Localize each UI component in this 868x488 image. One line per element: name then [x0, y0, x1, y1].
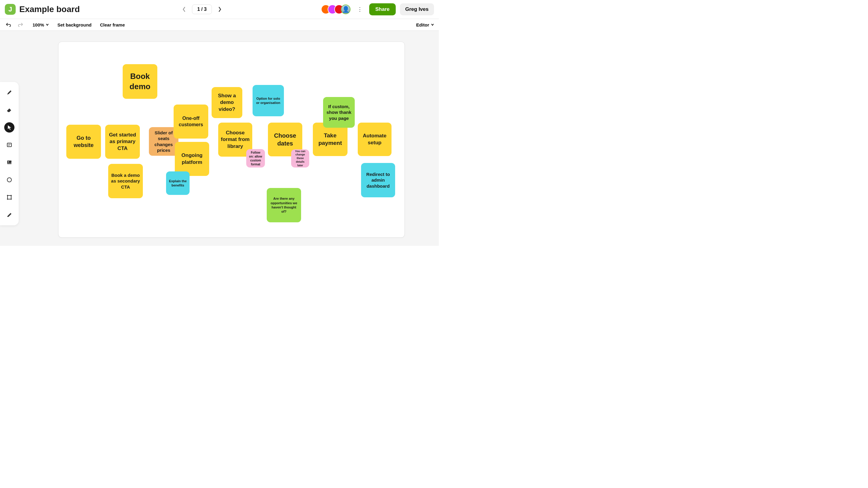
prev-page-button[interactable] [181, 5, 187, 13]
svg-point-10 [10, 198, 12, 200]
avatar-user[interactable]: 👤 [341, 4, 350, 14]
highlighter-tool[interactable] [4, 210, 14, 220]
eraser-icon [6, 107, 12, 113]
cursor-tool[interactable] [4, 122, 14, 133]
sticky-note-book-demo-secondary[interactable]: Book a demo as secondary CTA [108, 164, 143, 198]
sticky-note-change-later[interactable]: You can change these details later [291, 150, 309, 167]
sticky-note-option-solo[interactable]: Option for solo or organisation [253, 85, 284, 116]
svg-point-5 [7, 178, 11, 182]
sticky-note-book-demo[interactable]: Book demo [123, 64, 157, 99]
undo-icon [5, 22, 11, 27]
editor-mode-button[interactable]: Editor [416, 22, 434, 27]
pen-tool[interactable] [4, 87, 14, 98]
kebab-icon: ⋮ [357, 6, 363, 12]
header-center: 1 / 3 [80, 4, 324, 14]
next-page-button[interactable] [217, 5, 223, 13]
board-title[interactable]: Example board [19, 4, 80, 14]
chevron-right-icon [218, 6, 221, 12]
circle-icon [6, 177, 12, 183]
zoom-value: 100% [33, 22, 44, 27]
svg-point-4 [8, 161, 9, 162]
sticky-note-opportunities[interactable]: Are there any opportunities we haven't t… [267, 188, 301, 222]
svg-point-9 [7, 198, 8, 200]
share-button[interactable]: Share [369, 3, 396, 15]
note-tool[interactable] [4, 140, 14, 150]
redo-button[interactable] [17, 22, 24, 28]
clear-frame-button[interactable]: Clear frame [100, 22, 125, 27]
more-menu-button[interactable]: ⋮ [355, 5, 365, 14]
sticky-note-follow-on[interactable]: Follow on: allow custom format [246, 149, 265, 167]
shape-icon [6, 194, 12, 200]
eraser-tool[interactable] [4, 105, 14, 115]
cursor-icon [6, 124, 12, 130]
set-background-button[interactable]: Set background [57, 22, 91, 27]
sticky-note-explain[interactable]: Explain the benefits [166, 171, 190, 195]
image-icon [6, 159, 12, 165]
toolbar: 100% Set background Clear frame Editor [0, 19, 439, 31]
sticky-note-if-custom[interactable]: If custom, show thank you page [323, 97, 355, 128]
note-icon [6, 142, 12, 148]
undo-redo-group [5, 22, 24, 28]
sticky-note-show-demo[interactable]: Show a demo video? [212, 87, 242, 118]
page-navigation: 1 / 3 [181, 4, 222, 14]
highlighter-icon [6, 212, 12, 218]
pen-icon [6, 90, 12, 96]
undo-button[interactable] [5, 22, 12, 28]
sticky-note-ongoing[interactable]: Ongoing platform [175, 142, 209, 176]
header: J Example board 1 / 3 👤 ⋮ Share Greg Ive… [0, 0, 439, 19]
header-right: 👤 ⋮ Share Greg Ives [324, 3, 434, 15]
shape-tool[interactable] [4, 192, 14, 202]
collaborator-avatars: 👤 [324, 4, 350, 14]
editor-label: Editor [416, 22, 429, 27]
image-tool[interactable] [4, 157, 14, 167]
sticky-note-get-started[interactable]: Get started as primary CTA [105, 125, 140, 159]
chevron-left-icon [182, 6, 186, 12]
svg-point-8 [10, 195, 12, 196]
canvas-container: Book demoGo to websiteGet started as pri… [0, 31, 439, 246]
tool-sidebar [0, 82, 19, 225]
canvas-frame[interactable]: Book demoGo to websiteGet started as pri… [58, 41, 405, 238]
svg-rect-0 [7, 143, 11, 147]
redo-icon [18, 22, 24, 27]
sticky-note-go-to-website[interactable]: Go to website [66, 125, 101, 159]
sticky-note-one-off[interactable]: One-off customers [174, 104, 208, 138]
circle-tool[interactable] [4, 175, 14, 185]
page-indicator[interactable]: 1 / 3 [192, 4, 212, 14]
user-menu[interactable]: Greg Ives [400, 3, 434, 15]
svg-rect-6 [7, 195, 11, 199]
chevron-down-icon [46, 24, 49, 26]
sticky-note-automate[interactable]: Automate setup [358, 123, 392, 156]
chevron-down-icon [431, 24, 434, 26]
sticky-note-redirect[interactable]: Redirect to admin dashboard [361, 163, 395, 197]
svg-point-7 [7, 195, 8, 196]
app-logo: J [5, 4, 16, 15]
zoom-control[interactable]: 100% [33, 22, 49, 27]
